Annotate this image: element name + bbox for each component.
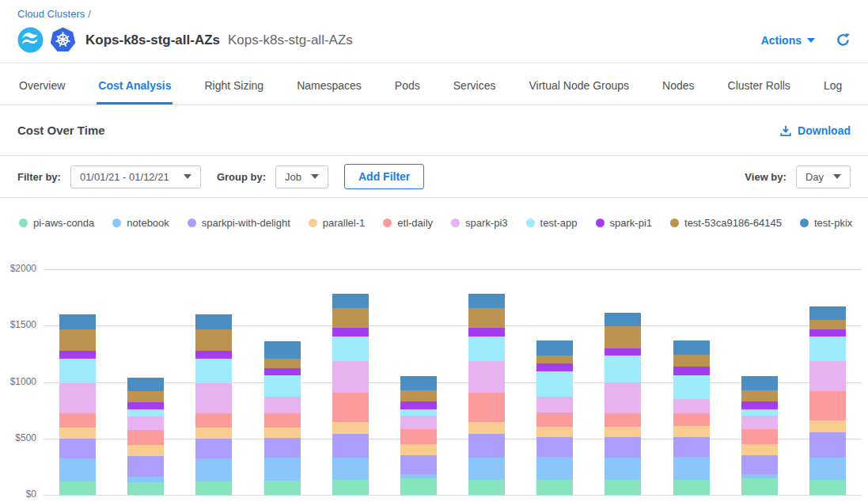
bar-segment-parallel-1 [536,427,573,437]
tab-cluster-rolls[interactable]: Cluster Rolls [726,68,792,105]
legend-item-test-pkix[interactable]: test-pkix [800,217,852,229]
bar-segment-pi-aws-conda [605,480,641,495]
header-divider [0,63,868,63]
bar-segment-parallel-1 [195,428,232,439]
bar-segment-spark-pi3 [605,382,641,413]
legend-label: spark-pi3 [465,217,507,229]
legend-dot-icon [670,219,679,227]
bar-segment-etl-daily [809,391,846,420]
bar-segment-notebook [536,457,573,480]
stacked-bar-01-09 [605,313,641,495]
bar-segment-test-53ca9186-64145 [127,391,164,402]
bar-segment-etl-daily [264,413,301,428]
tab-nodes[interactable]: Nodes [661,68,696,105]
stacked-bar-01-08 [536,340,573,495]
bar-segment-test-53ca9186-64145 [264,359,301,368]
bar-segment-test-53ca9186-64145 [59,329,96,351]
legend-dot-icon [19,219,28,227]
bar-segment-parallel-1 [332,422,369,434]
bar-segment-spark-pi3 [809,361,846,391]
breadcrumb-separator: / [88,8,91,20]
bar-segment-test-53ca9186-64145 [400,390,437,401]
actions-button[interactable]: Actions [761,34,815,47]
bar-segment-test-app [605,356,641,382]
legend-dot-icon [526,219,535,227]
stacked-bar-01-10 [673,340,710,495]
legend-dot-icon [383,219,392,227]
tab-cost-analysis[interactable]: Cost Analysis [97,68,172,105]
bar-segment-etl-daily [400,429,437,444]
legend-item-sparkpi-with-delight[interactable]: sparkpi-with-delight [188,217,290,229]
legend-item-test-53ca9186-64145[interactable]: test-53ca9186-64145 [670,217,782,229]
view-by-select[interactable]: Day [796,165,851,188]
tab-right-sizing[interactable]: Right Sizing [203,68,265,105]
bar-segment-test-app [536,371,573,396]
legend-item-spark-pi1[interactable]: spark-pi1 [596,217,652,229]
download-button[interactable]: Download [779,124,851,137]
bar-segment-etl-daily [605,413,641,427]
legend-dot-icon [309,219,317,227]
bar-segment-sparkpi-with-delight [400,455,437,474]
view-by-value: Day [805,171,824,183]
tab-overview[interactable]: Overview [17,68,66,105]
stacked-bar-01-06 [400,376,437,495]
bar-segment-etl-daily [468,393,505,422]
stacked-bar-01-01 [59,314,96,495]
page-header: Cloud Clusters/ [0,0,868,63]
tab-services[interactable]: Services [452,68,498,105]
bar-segment-test-pkix [809,306,846,321]
group-by-select[interactable]: Job [275,165,328,188]
tab-pods[interactable]: Pods [393,68,422,105]
legend-item-parallel-1[interactable]: parallel-1 [309,217,365,229]
bar-segment-test-53ca9186-64145 [468,308,505,328]
legend-item-etl-daily[interactable]: etl-daily [383,217,433,229]
bar-slot [316,269,385,495]
refresh-icon[interactable] [836,32,851,48]
bar-segment-parallel-1 [400,444,437,455]
legend-label: pi-aws-conda [33,217,94,229]
bar-segment-pi-aws-conda [468,480,505,495]
bar-segment-test-app [195,359,232,383]
bar-slot [385,269,453,495]
legend-dot-icon [800,219,809,227]
date-range-select[interactable]: 01/01/21 - 01/12/21 [70,165,201,188]
bar-segment-sparkpi-with-delight [59,439,96,458]
bar-segment-notebook [195,458,232,481]
breadcrumb-link-cloud-clusters[interactable]: Cloud Clusters [17,8,85,20]
legend-item-pi-aws-conda[interactable]: pi-aws-conda [19,217,94,229]
bar-segment-test-app [468,337,505,361]
tab-bar: OverviewCost AnalysisRight SizingNamespa… [0,68,868,105]
tab-log[interactable]: Log [822,68,843,105]
bar-segment-spark-pi1 [264,368,301,375]
bar-segment-test-pkix [605,313,641,326]
legend-item-test-app[interactable]: test-app [526,217,578,229]
bar-slot [44,269,112,495]
legend-item-notebook[interactable]: notebook [112,217,169,229]
bar-segment-test-pkix [195,314,232,329]
bar-segment-test-53ca9186-64145 [809,320,846,329]
bar-segment-notebook [59,458,96,481]
tab-virtual-node-groups[interactable]: Virtual Node Groups [527,68,631,105]
bar-segment-test-app [400,409,437,416]
bar-segment-spark-pi3 [127,416,164,430]
legend-label: notebook [127,217,169,229]
bar-segment-pi-aws-conda [400,478,437,495]
y-axis-tick-label: $1000 [0,376,36,387]
bar-segment-spark-pi3 [264,397,301,413]
add-filter-button[interactable]: Add Filter [344,164,424,189]
bar-segment-notebook [127,477,164,482]
bar-segment-test-53ca9186-64145 [195,329,232,351]
bar-segment-sparkpi-with-delight [127,456,164,477]
bar-segment-spark-pi1 [536,363,573,371]
page-title: Kops-k8s-stg-all-AZs [85,32,220,48]
chevron-down-icon [833,174,841,179]
bar-segment-etl-daily [195,413,232,428]
y-axis-tick-label: $2000 [0,263,36,274]
legend-item-spark-pi3[interactable]: spark-pi3 [451,217,507,229]
bar-segment-spark-pi3 [741,416,778,430]
tab-namespaces[interactable]: Namespaces [295,68,363,105]
stacked-bar-01-12 [809,306,846,495]
bar-segment-etl-daily [127,430,164,445]
bar-segment-pi-aws-conda [59,481,96,495]
bar-segment-sparkpi-with-delight [536,437,573,457]
